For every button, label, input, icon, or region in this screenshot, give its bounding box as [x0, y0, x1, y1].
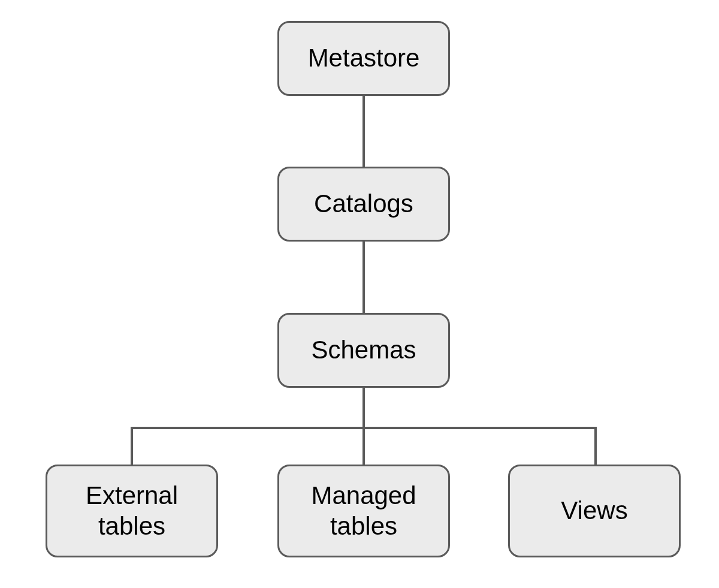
connector-branch-views: [594, 427, 597, 465]
node-external-tables-label: Externaltables: [86, 481, 178, 541]
connector-branch-external: [131, 427, 133, 465]
connector-catalogs-schemas: [362, 242, 365, 313]
connector-metastore-catalogs: [362, 96, 365, 167]
node-managed-tables-label: Managedtables: [311, 481, 416, 541]
node-external-tables: Externaltables: [46, 465, 218, 557]
node-schemas: Schemas: [277, 313, 450, 388]
node-managed-tables: Managedtables: [277, 465, 450, 557]
node-schemas-label: Schemas: [311, 335, 416, 365]
node-metastore-label: Metastore: [308, 43, 420, 73]
node-catalogs: Catalogs: [277, 167, 450, 242]
connector-schemas-branch: [362, 388, 365, 429]
node-views: Views: [508, 465, 681, 557]
node-views-label: Views: [561, 496, 627, 526]
node-catalogs-label: Catalogs: [314, 189, 413, 219]
node-metastore: Metastore: [277, 21, 450, 96]
connector-branch-managed: [362, 427, 365, 465]
